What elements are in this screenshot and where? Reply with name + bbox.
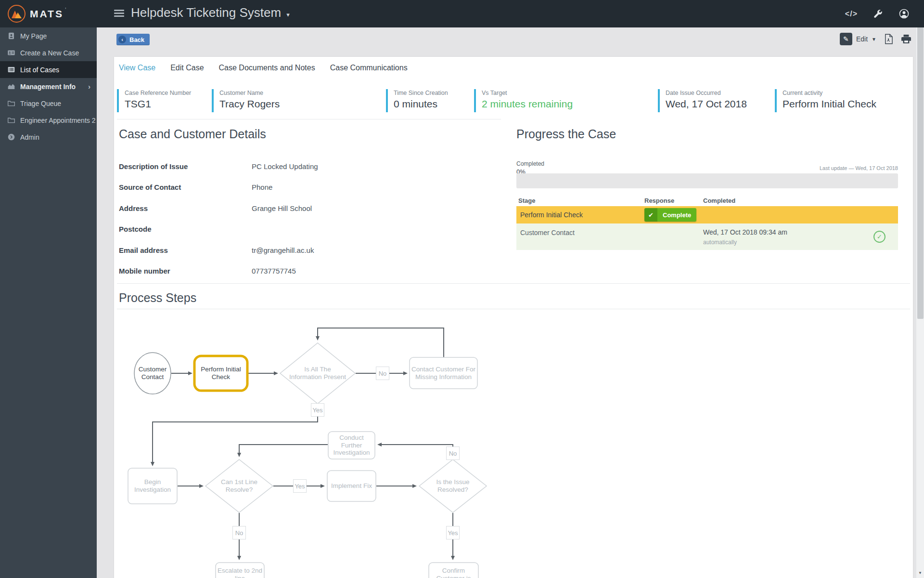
process-flowchart: Customer Contact Perform Initial Check I…: [119, 315, 908, 578]
complete-button[interactable]: ✔ Complete: [644, 208, 696, 222]
progress-bar: [516, 173, 898, 188]
sidebar-item-triage-queue[interactable]: Triage Queue: [0, 95, 97, 112]
detail-row: Description of IssuePC Locked Updating: [119, 162, 499, 183]
menu-toggle-icon[interactable]: [114, 10, 124, 18]
stage-row-customer-contact: Customer Contact Wed, 17 Oct 2018 09:34 …: [516, 223, 898, 250]
completed-label: Completed: [516, 160, 544, 167]
mats-logo-icon: [8, 5, 26, 23]
case-card: View Case Edit Case Case Documents and N…: [114, 57, 913, 578]
user-icon[interactable]: [898, 8, 910, 19]
check-icon: ✔: [644, 208, 657, 222]
summary-case-reference: Case Reference Number TSG1: [117, 89, 191, 112]
caret-down-icon: ▼: [872, 37, 876, 42]
export-pdf-button[interactable]: [884, 34, 893, 44]
pencil-icon: ✎: [840, 33, 852, 45]
chevron-right-icon: ›: [88, 83, 90, 90]
code-icon[interactable]: </>: [845, 10, 858, 18]
sidebar-item-management-info[interactable]: Management Info ›: [0, 78, 97, 95]
page-actions: ✎ Edit ▼: [840, 32, 911, 46]
divider: [117, 309, 910, 309]
caret-down-icon: ▾: [286, 11, 290, 18]
case-details: Description of IssuePC Locked Updating S…: [119, 162, 499, 288]
brand-trademark: ’: [65, 7, 66, 13]
folder-icon: [7, 116, 15, 125]
tab-case-documents-and-notes[interactable]: Case Documents and Notes: [219, 64, 315, 72]
folder-icon: [7, 99, 15, 108]
progress-heading: Progress the Case: [516, 127, 616, 141]
sidebar-item-label: Engineer Appointments 2: [20, 117, 95, 124]
detail-row: Mobile number07737757745: [119, 267, 499, 288]
page-title: Helpdesk Ticketing System: [131, 5, 281, 20]
sidebar-item-label: Triage Queue: [20, 100, 61, 107]
label-can-first-line: Can 1st Line Resolve?: [209, 472, 270, 500]
edit-dropdown-button[interactable]: ✎ Edit ▼: [840, 33, 876, 45]
column-response: Response: [644, 197, 674, 204]
area-chart-icon: [7, 82, 15, 91]
label-implement-fix: Implement Fix: [328, 473, 375, 499]
process-steps-heading: Process Steps: [119, 291, 196, 305]
edge-label-yes: Yes: [311, 403, 324, 417]
wrench-icon[interactable]: [873, 9, 883, 19]
summary-date-issue-occurred: Date Issue Occurred Wed, 17 Oct 2018: [658, 89, 747, 112]
sidebar-item-list-of-cases[interactable]: List of Cases: [0, 61, 97, 78]
summary-time-since-creation: Time Since Creation 0 minutes: [386, 89, 448, 112]
case-summary-row: Case Reference Number TSG1 Customer Name…: [117, 89, 901, 112]
vertical-scrollbar[interactable]: ▲ ▼: [916, 0, 924, 578]
label-conduct-further: Conduct Further Investigation: [329, 433, 374, 458]
summary-customer-name: Customer Name Tracy Rogers: [212, 89, 280, 112]
label-escalate: Escalate to 2nd line: [217, 564, 263, 578]
scroll-down-arrow[interactable]: ▼: [916, 569, 924, 577]
sidebar-item-engineer-appointments[interactable]: Engineer Appointments 2: [0, 112, 97, 129]
detail-row: AddressGrange Hill School: [119, 204, 499, 225]
edge-label-yes: Yes: [446, 526, 460, 539]
summary-vs-target: Vs Target 2 minutes remaining: [474, 89, 573, 112]
tab-edit-case[interactable]: Edit Case: [170, 64, 204, 72]
details-heading: Case and Customer Details: [119, 127, 266, 141]
sidebar-item-label: My Page: [20, 32, 47, 40]
id-badge-icon: [7, 32, 15, 40]
back-button[interactable]: ‹ Back: [116, 34, 150, 45]
label-perform-initial-check: Perform Initial Check: [197, 360, 245, 387]
sidebar-item-create-new-case[interactable]: Create a New Case: [0, 44, 97, 61]
completed-check-icon: ✓: [873, 231, 886, 243]
sidebar-item-label: Management Info: [20, 83, 76, 91]
list-icon: [7, 66, 15, 74]
sidebar-item-label: Create a New Case: [20, 49, 79, 57]
topbar-actions: </>: [845, 0, 910, 27]
label-info-present: Is All The Information Present: [287, 359, 348, 388]
column-stage: Stage: [518, 197, 535, 204]
edge-label-no: No: [376, 367, 389, 380]
completed-timestamp: Wed, 17 Oct 2018 09:34 am: [703, 228, 787, 236]
brand-name: MATS: [30, 8, 64, 20]
label-confirm-customer: Confirm Customer is: [430, 564, 477, 578]
last-update-text: Last update — Wed, 17 Oct 2018: [820, 165, 898, 171]
app-title-dropdown[interactable]: Helpdesk Ticketing System ▾: [131, 5, 290, 20]
edge-label-no: No: [232, 526, 246, 539]
tab-view-case[interactable]: View Case: [119, 64, 155, 72]
tab-case-communications[interactable]: Case Communications: [330, 64, 408, 72]
sidebar-item-my-page[interactable]: My Page: [0, 27, 97, 44]
divider: [117, 283, 910, 284]
detail-row: Source of ContactPhone: [119, 183, 499, 204]
detail-row: Postcode: [119, 225, 499, 246]
column-completed: Completed: [703, 197, 735, 204]
top-bar: MATS ’ Helpdesk Ticketing System ▾ </>: [0, 0, 924, 27]
scrollbar-thumb[interactable]: [917, 11, 924, 319]
detail-row: Email addresstr@grangehill.ac.uk: [119, 246, 499, 267]
stage-row-perform-initial-check: Perform Initial Check ✔ Complete: [516, 206, 898, 223]
print-button[interactable]: [901, 34, 911, 44]
divider: [117, 119, 501, 119]
chevron-left-icon: ‹: [118, 36, 126, 43]
label-contact-customer: Contact Customer For Missing Information: [411, 361, 476, 386]
label-customer-contact: Customer Contact: [134, 361, 171, 385]
admin-arrow-circle-icon: [7, 133, 15, 142]
sidebar: My Page Create a New Case List of Cases …: [0, 27, 97, 578]
edge-label-no: No: [446, 447, 460, 460]
sidebar-item-label: List of Cases: [20, 66, 59, 74]
sidebar-item-admin[interactable]: Admin: [0, 129, 97, 145]
brand-logo[interactable]: MATS ’: [8, 0, 66, 27]
summary-current-activity: Current activity Perform Initial Check: [775, 89, 876, 112]
case-tabs: View Case Edit Case Case Documents and N…: [119, 64, 408, 72]
label-begin-investigation: Begin Investigation: [129, 472, 176, 500]
sidebar-item-label: Admin: [20, 133, 39, 141]
